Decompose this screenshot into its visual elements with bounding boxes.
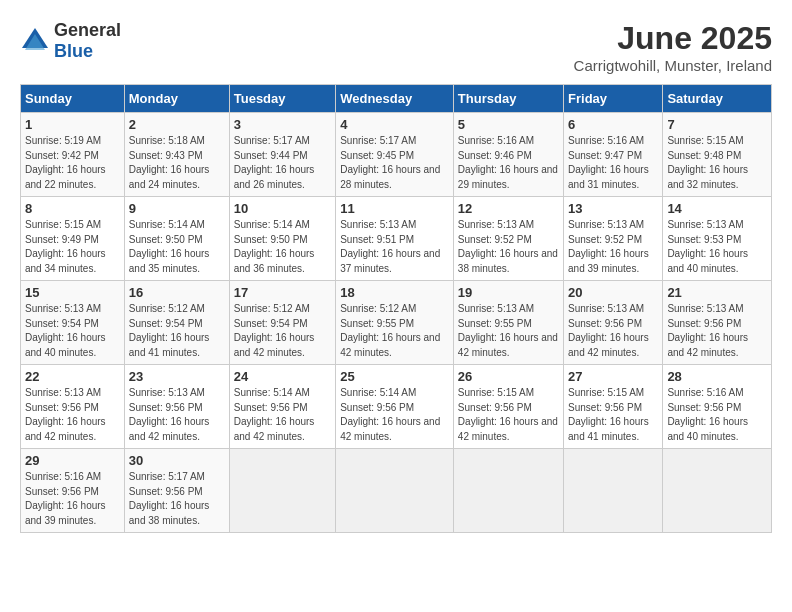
header-day-monday: Monday [124,85,229,113]
day-info: Sunrise: 5:14 AMSunset: 9:56 PMDaylight:… [234,386,331,444]
day-number: 17 [234,285,331,300]
day-info: Sunrise: 5:13 AMSunset: 9:53 PMDaylight:… [667,218,767,276]
calendar-week-row: 15Sunrise: 5:13 AMSunset: 9:54 PMDayligh… [21,281,772,365]
day-info: Sunrise: 5:13 AMSunset: 9:56 PMDaylight:… [25,386,120,444]
day-info: Sunrise: 5:17 AMSunset: 9:44 PMDaylight:… [234,134,331,192]
day-info: Sunrise: 5:13 AMSunset: 9:51 PMDaylight:… [340,218,449,276]
day-number: 12 [458,201,559,216]
calendar-cell: 22Sunrise: 5:13 AMSunset: 9:56 PMDayligh… [21,365,125,449]
day-info: Sunrise: 5:17 AMSunset: 9:56 PMDaylight:… [129,470,225,528]
day-info: Sunrise: 5:16 AMSunset: 9:47 PMDaylight:… [568,134,658,192]
calendar-cell: 6Sunrise: 5:16 AMSunset: 9:47 PMDaylight… [564,113,663,197]
calendar-cell: 25Sunrise: 5:14 AMSunset: 9:56 PMDayligh… [336,365,454,449]
day-number: 15 [25,285,120,300]
calendar-cell: 18Sunrise: 5:12 AMSunset: 9:55 PMDayligh… [336,281,454,365]
header-day-sunday: Sunday [21,85,125,113]
day-number: 3 [234,117,331,132]
calendar-cell: 17Sunrise: 5:12 AMSunset: 9:54 PMDayligh… [229,281,335,365]
day-number: 22 [25,369,120,384]
calendar-cell: 20Sunrise: 5:13 AMSunset: 9:56 PMDayligh… [564,281,663,365]
day-info: Sunrise: 5:13 AMSunset: 9:54 PMDaylight:… [25,302,120,360]
day-info: Sunrise: 5:12 AMSunset: 9:54 PMDaylight:… [234,302,331,360]
calendar-cell [453,449,563,533]
logo-blue: Blue [54,41,93,61]
calendar-cell: 23Sunrise: 5:13 AMSunset: 9:56 PMDayligh… [124,365,229,449]
calendar-cell: 5Sunrise: 5:16 AMSunset: 9:46 PMDaylight… [453,113,563,197]
logo-text: General Blue [54,20,121,62]
day-number: 10 [234,201,331,216]
calendar-cell: 12Sunrise: 5:13 AMSunset: 9:52 PMDayligh… [453,197,563,281]
day-info: Sunrise: 5:13 AMSunset: 9:56 PMDaylight:… [129,386,225,444]
calendar-table: SundayMondayTuesdayWednesdayThursdayFrid… [20,84,772,533]
day-number: 23 [129,369,225,384]
day-number: 6 [568,117,658,132]
calendar-cell: 13Sunrise: 5:13 AMSunset: 9:52 PMDayligh… [564,197,663,281]
calendar-cell: 14Sunrise: 5:13 AMSunset: 9:53 PMDayligh… [663,197,772,281]
title-area: June 2025 Carrigtwohill, Munster, Irelan… [574,20,772,74]
calendar-header-row: SundayMondayTuesdayWednesdayThursdayFrid… [21,85,772,113]
day-number: 8 [25,201,120,216]
page-subtitle: Carrigtwohill, Munster, Ireland [574,57,772,74]
day-number: 4 [340,117,449,132]
calendar-cell: 30Sunrise: 5:17 AMSunset: 9:56 PMDayligh… [124,449,229,533]
calendar-cell: 24Sunrise: 5:14 AMSunset: 9:56 PMDayligh… [229,365,335,449]
calendar-cell: 28Sunrise: 5:16 AMSunset: 9:56 PMDayligh… [663,365,772,449]
calendar-cell [564,449,663,533]
day-info: Sunrise: 5:14 AMSunset: 9:50 PMDaylight:… [129,218,225,276]
day-number: 20 [568,285,658,300]
calendar-cell [663,449,772,533]
day-info: Sunrise: 5:19 AMSunset: 9:42 PMDaylight:… [25,134,120,192]
day-number: 21 [667,285,767,300]
calendar-cell: 21Sunrise: 5:13 AMSunset: 9:56 PMDayligh… [663,281,772,365]
header-day-thursday: Thursday [453,85,563,113]
day-info: Sunrise: 5:14 AMSunset: 9:56 PMDaylight:… [340,386,449,444]
day-number: 30 [129,453,225,468]
day-info: Sunrise: 5:15 AMSunset: 9:49 PMDaylight:… [25,218,120,276]
day-number: 28 [667,369,767,384]
calendar-cell: 4Sunrise: 5:17 AMSunset: 9:45 PMDaylight… [336,113,454,197]
calendar-cell: 11Sunrise: 5:13 AMSunset: 9:51 PMDayligh… [336,197,454,281]
day-number: 26 [458,369,559,384]
calendar-cell: 16Sunrise: 5:12 AMSunset: 9:54 PMDayligh… [124,281,229,365]
header-day-wednesday: Wednesday [336,85,454,113]
header-day-tuesday: Tuesday [229,85,335,113]
logo-icon [20,26,50,56]
day-info: Sunrise: 5:16 AMSunset: 9:46 PMDaylight:… [458,134,559,192]
calendar-cell: 26Sunrise: 5:15 AMSunset: 9:56 PMDayligh… [453,365,563,449]
day-info: Sunrise: 5:13 AMSunset: 9:56 PMDaylight:… [568,302,658,360]
day-info: Sunrise: 5:13 AMSunset: 9:56 PMDaylight:… [667,302,767,360]
day-number: 14 [667,201,767,216]
day-info: Sunrise: 5:15 AMSunset: 9:48 PMDaylight:… [667,134,767,192]
calendar-week-row: 8Sunrise: 5:15 AMSunset: 9:49 PMDaylight… [21,197,772,281]
calendar-cell: 8Sunrise: 5:15 AMSunset: 9:49 PMDaylight… [21,197,125,281]
calendar-week-row: 22Sunrise: 5:13 AMSunset: 9:56 PMDayligh… [21,365,772,449]
day-info: Sunrise: 5:15 AMSunset: 9:56 PMDaylight:… [568,386,658,444]
day-number: 19 [458,285,559,300]
calendar-cell [229,449,335,533]
calendar-cell: 19Sunrise: 5:13 AMSunset: 9:55 PMDayligh… [453,281,563,365]
header-day-friday: Friday [564,85,663,113]
day-number: 24 [234,369,331,384]
calendar-cell: 10Sunrise: 5:14 AMSunset: 9:50 PMDayligh… [229,197,335,281]
calendar-cell: 27Sunrise: 5:15 AMSunset: 9:56 PMDayligh… [564,365,663,449]
day-info: Sunrise: 5:15 AMSunset: 9:56 PMDaylight:… [458,386,559,444]
day-info: Sunrise: 5:16 AMSunset: 9:56 PMDaylight:… [667,386,767,444]
calendar-week-row: 29Sunrise: 5:16 AMSunset: 9:56 PMDayligh… [21,449,772,533]
day-number: 16 [129,285,225,300]
page-title: June 2025 [574,20,772,57]
day-info: Sunrise: 5:12 AMSunset: 9:55 PMDaylight:… [340,302,449,360]
day-number: 29 [25,453,120,468]
day-info: Sunrise: 5:17 AMSunset: 9:45 PMDaylight:… [340,134,449,192]
calendar-cell: 29Sunrise: 5:16 AMSunset: 9:56 PMDayligh… [21,449,125,533]
calendar-cell: 9Sunrise: 5:14 AMSunset: 9:50 PMDaylight… [124,197,229,281]
day-info: Sunrise: 5:14 AMSunset: 9:50 PMDaylight:… [234,218,331,276]
logo: General Blue [20,20,121,62]
calendar-cell: 7Sunrise: 5:15 AMSunset: 9:48 PMDaylight… [663,113,772,197]
day-info: Sunrise: 5:13 AMSunset: 9:55 PMDaylight:… [458,302,559,360]
calendar-cell: 1Sunrise: 5:19 AMSunset: 9:42 PMDaylight… [21,113,125,197]
calendar-cell [336,449,454,533]
calendar-week-row: 1Sunrise: 5:19 AMSunset: 9:42 PMDaylight… [21,113,772,197]
day-number: 11 [340,201,449,216]
calendar-cell: 15Sunrise: 5:13 AMSunset: 9:54 PMDayligh… [21,281,125,365]
day-info: Sunrise: 5:18 AMSunset: 9:43 PMDaylight:… [129,134,225,192]
